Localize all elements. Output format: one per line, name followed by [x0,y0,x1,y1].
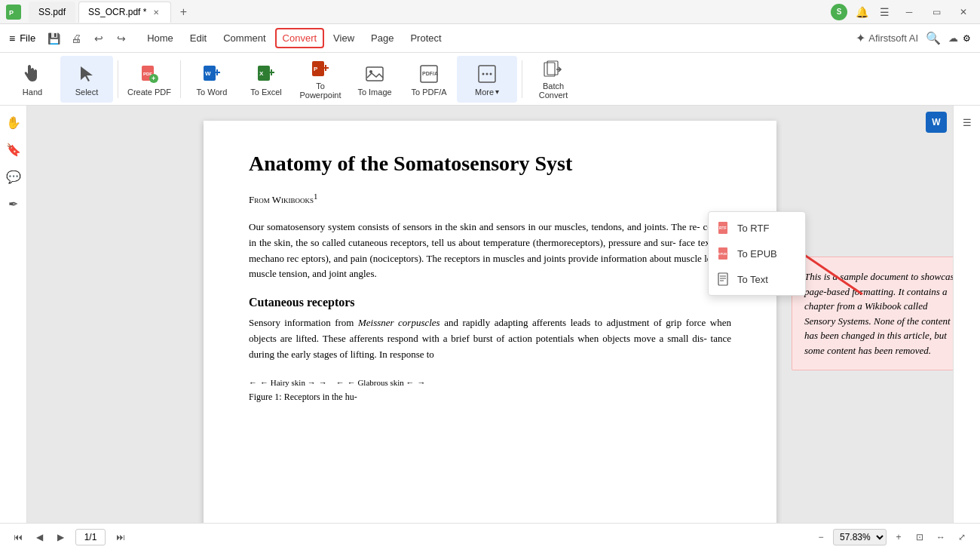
to-image-button[interactable]: To Image [348,56,401,103]
tab-close-button[interactable]: ✕ [151,7,161,17]
figure-area: ← ← Hairy skin → → ← ← Glabrous skin ← →… [249,378,731,403]
menu-protect[interactable]: Protect [403,28,449,48]
avatar: S [831,4,847,20]
create-pdf-icon: PDF + [137,62,161,86]
dropdown-to-text[interactable]: To Text [709,266,805,292]
page-input[interactable] [75,529,106,545]
toolbar-divider-2 [180,60,181,98]
menu-bar: ≡ File 💾 🖨 ↩ ↪ Home Edit Comment Convert… [0,24,980,53]
cloud-button[interactable]: ☁ [948,32,958,44]
word-badge: W [926,112,947,133]
svg-text:PDF/A: PDF/A [422,71,438,76]
redo-icon[interactable]: ↪ [111,28,132,49]
to-word-button[interactable]: W To Word [185,56,238,103]
to-excel-button[interactable]: X To Excel [240,56,292,103]
sidebar-bookmark-icon[interactable]: 🔖 [3,139,24,160]
hand-tool-button[interactable]: Hand [6,56,59,103]
toolbar-divider-3 [522,60,522,98]
save-icon[interactable]: 💾 [43,28,64,49]
main-area: ✋ 🔖 💬 ✒ Anatomy of the Somatosensory Sys… [0,106,980,523]
bottom-bar: ⏮ ◀ ▶ ⏭ − 57.83% + ⊡ ↔ ⤢ [0,523,980,550]
menu-icon[interactable]: ☰ [876,4,893,20]
tab-ss-ocr-pdf[interactable]: SS_OCR.pdf * ✕ [78,2,171,23]
pdf-page: Anatomy of the Somatosensory Syst From W… [204,121,776,523]
create-pdf-button[interactable]: PDF + Create PDF [123,56,176,103]
batch-convert-button[interactable]: Batch Convert [527,56,580,103]
menu-edit[interactable]: Edit [182,28,214,48]
more-chevron-icon: ▾ [495,88,499,96]
pdf-superscript: 1 [314,192,317,201]
menu-convert[interactable]: Convert [275,28,325,48]
to-image-icon [363,62,387,86]
more-button[interactable]: More ▾ [457,56,517,103]
menu-view[interactable]: View [326,28,362,48]
select-icon [75,62,99,86]
app-icon: P [6,5,21,20]
svg-rect-12 [366,67,383,81]
menu-page[interactable]: Page [363,28,401,48]
rtf-icon: RTF [718,221,731,235]
sidebar-icon-1[interactable]: ✋ [3,112,24,133]
left-sidebar: ✋ 🔖 💬 ✒ [0,106,27,523]
epub-icon: EPUB [718,247,731,260]
file-menu[interactable]: ≡ File [9,32,35,45]
next-page-button[interactable]: ▶ [51,528,69,546]
svg-rect-26 [718,273,727,285]
svg-text:P: P [314,66,318,72]
sidebar-comment-icon[interactable]: 💬 [3,166,24,187]
page-navigation: ⏮ ◀ ▶ [9,528,69,546]
to-excel-icon: X [254,62,278,86]
svg-rect-21 [547,61,558,75]
dropdown-to-rtf[interactable]: RTF To RTF [709,215,805,241]
prev-page-button[interactable]: ◀ [30,528,48,546]
zoom-select[interactable]: 57.83% [833,529,887,545]
sidebar-stamp-icon[interactable]: ✒ [3,193,24,214]
settings-icon[interactable]: ⚙ [963,33,971,44]
figure-caption: Figure 1: Receptors in the hu- [249,392,731,403]
undo-icon[interactable]: ↩ [88,28,109,49]
print-icon[interactable]: 🖨 [66,28,87,49]
svg-point-19 [490,72,492,75]
dropdown-to-epub[interactable]: EPUB To EPUB [709,241,805,266]
pdf-italic-text-1: Meissner corpuscles [358,317,440,328]
pdf-paragraph-1: Our somatosensory system consists of sen… [249,220,731,282]
tab-ss-pdf[interactable]: SS.pdf [29,2,75,23]
title-bar-controls: S 🔔 ☰ ─ ▭ ✕ [831,4,974,20]
title-bar: P SS.pdf SS_OCR.pdf * ✕ + S 🔔 ☰ ─ ▭ ✕ [0,0,980,24]
select-tool-button[interactable]: Select [60,56,113,103]
zoom-area: − 57.83% + ⊡ ↔ ⤢ [812,528,971,546]
svg-text:RTF: RTF [719,226,727,230]
zoom-out-button[interactable]: − [812,528,830,546]
new-tab-button[interactable]: + [174,3,192,21]
maximize-button[interactable]: ▭ [926,4,947,20]
menu-comment[interactable]: Comment [216,28,273,48]
ai-button[interactable]: ✦ Afirstsoft AI [856,31,918,45]
pdf-heading-2: Cutaneous receptors [249,296,731,309]
menu-home[interactable]: Home [139,28,181,48]
content-area: Anatomy of the Somatosensory Syst From W… [27,106,953,523]
svg-text:EPUB: EPUB [718,252,727,256]
close-button[interactable]: ✕ [953,4,974,20]
to-powerpoint-button[interactable]: P To Powerpoint [294,56,347,103]
right-sidebar-icon-1[interactable]: ☰ [957,112,978,133]
fit-width-button[interactable]: ↔ [932,528,950,546]
to-word-icon: W [200,62,224,86]
text-file-icon [718,272,731,286]
first-page-button[interactable]: ⏮ [9,528,27,546]
pdf-from-label: From Wikibooks1 [249,192,731,206]
more-dropdown-menu: RTF To RTF EPUB To EPUB [708,211,806,296]
svg-text:W: W [205,70,211,77]
to-pdfa-button[interactable]: PDF/A To PDF/A [403,56,455,103]
more-label: More ▾ [475,88,499,97]
notification-icon[interactable]: 🔔 [853,4,870,20]
to-pdfa-icon: PDF/A [417,62,441,86]
fit-page-button[interactable]: ⊡ [911,528,929,546]
last-page-button[interactable]: ⏭ [112,528,130,546]
zoom-in-button[interactable]: + [890,528,908,546]
menu-right-area: ✦ Afirstsoft AI 🔍 ☁ ⚙ [856,28,971,49]
svg-point-17 [482,72,485,75]
right-sidebar: ☰ [953,106,980,523]
search-button[interactable]: 🔍 [923,28,944,49]
fullscreen-button[interactable]: ⤢ [953,528,971,546]
minimize-button[interactable]: ─ [899,4,920,20]
